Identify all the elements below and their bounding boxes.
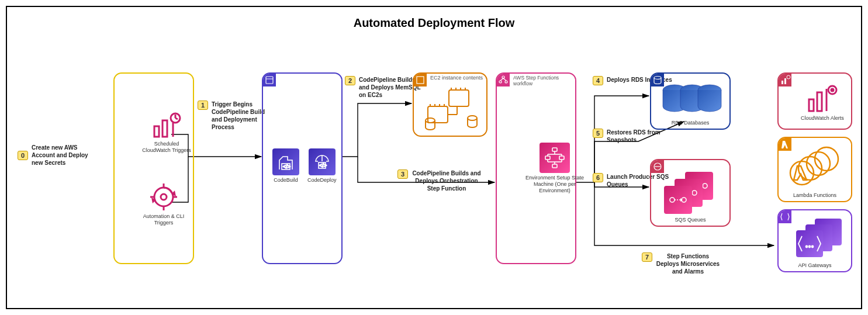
svg-rect-72 bbox=[817, 92, 822, 111]
api-gateway-label: API Gateways bbox=[779, 262, 851, 269]
svg-point-85 bbox=[812, 246, 814, 248]
svg-point-38 bbox=[505, 81, 507, 83]
codepipeline-box: </> CodeBuild </> CodeDeploy bbox=[262, 72, 343, 264]
svg-line-4 bbox=[175, 118, 178, 119]
step-badge-3: 3 bbox=[397, 169, 408, 179]
step-label-3: CodePipeline Builds and Deploys Orchestr… bbox=[411, 169, 482, 192]
api-gateway-box: API Gateways bbox=[777, 209, 852, 272]
svg-rect-44 bbox=[552, 164, 557, 168]
diagram-frame: Automated Deployment Flow 0 Create new A… bbox=[6, 6, 862, 309]
step-label-7: Step Functions Deploys Microservices and… bbox=[656, 252, 720, 275]
step-badge-1: 1 bbox=[198, 101, 208, 110]
cloudwatch-alerts-icon bbox=[807, 84, 838, 113]
cloudwatch-triggers-label: Scheduled CloudWatch Triggers bbox=[140, 141, 193, 154]
cloudwatch-alerts-corner-icon bbox=[779, 74, 791, 86]
svg-rect-43 bbox=[559, 156, 564, 160]
svg-point-9 bbox=[161, 194, 167, 200]
rds-box: RDS Databases bbox=[650, 72, 731, 130]
svg-point-26 bbox=[468, 116, 477, 120]
step-badge-6: 6 bbox=[593, 173, 603, 182]
svg-rect-0 bbox=[154, 126, 159, 137]
svg-text:</>: </> bbox=[319, 162, 327, 168]
svg-point-75 bbox=[831, 89, 834, 91]
sqs-label: SQS Queues bbox=[651, 217, 729, 223]
codebuild-service: </> CodeBuild bbox=[272, 148, 299, 184]
sqs-box: SQS Queues bbox=[650, 159, 731, 227]
codedeploy-icon: </> bbox=[309, 148, 336, 175]
stepfunctions-header-label: AWS Step Functions workflow bbox=[513, 75, 575, 86]
gear-cycle-icon bbox=[149, 182, 178, 212]
svg-point-84 bbox=[809, 246, 811, 248]
cloudwatch-alerts-box: CloudWatch Alerts bbox=[777, 72, 852, 130]
step-label-0: Create new AWS Account and Deploy new Se… bbox=[32, 144, 96, 167]
svg-text:</>: </> bbox=[283, 164, 291, 169]
codebuild-label: CodeBuild bbox=[274, 177, 298, 184]
svg-point-65 bbox=[670, 198, 675, 202]
stepfunctions-box: AWS Step Functions workflow Environment … bbox=[496, 72, 576, 264]
step-1: 1 Trigger Begins CodePipeline Build and … bbox=[198, 101, 270, 131]
svg-point-53 bbox=[654, 77, 661, 79]
state-machine-icon bbox=[540, 143, 570, 173]
step-0: 0 Create new AWS Account and Deploy new … bbox=[18, 144, 96, 167]
svg-rect-69 bbox=[784, 78, 786, 84]
svg-rect-42 bbox=[545, 156, 550, 160]
svg-point-27 bbox=[426, 118, 435, 123]
step-badge-4: 4 bbox=[593, 76, 603, 85]
codedeploy-label: CodeDeploy bbox=[307, 177, 337, 184]
svg-point-79 bbox=[790, 161, 814, 185]
svg-point-77 bbox=[807, 152, 830, 175]
codepipeline-corner-icon bbox=[263, 74, 276, 86]
step-badge-5: 5 bbox=[593, 129, 603, 138]
step-2: 2 CodePipeline Builds and Deploys MemSQL… bbox=[345, 76, 423, 99]
svg-line-40 bbox=[503, 78, 506, 81]
svg-rect-22 bbox=[449, 90, 469, 106]
step-label-1: Trigger Begins CodePipeline Build and De… bbox=[212, 101, 270, 131]
state-machine-service: Environment Setup State Machine (One per… bbox=[523, 143, 587, 193]
stepfunctions-corner-icon bbox=[497, 74, 510, 86]
svg-rect-82 bbox=[796, 230, 823, 257]
step-label-5: Restores RDS from Snapshots bbox=[607, 129, 683, 144]
codebuild-icon: </> bbox=[272, 148, 299, 175]
cloudwatch-alerts-service: CloudWatch Alerts bbox=[801, 84, 844, 122]
svg-point-76 bbox=[815, 147, 838, 171]
svg-point-37 bbox=[499, 81, 502, 83]
scheduled-cloudwatch-triggers: Scheduled CloudWatch Triggers bbox=[140, 112, 193, 154]
step-3: 3 CodePipeline Builds and Deploys Orches… bbox=[397, 169, 482, 192]
svg-rect-41 bbox=[552, 148, 557, 151]
svg-rect-23 bbox=[428, 106, 448, 123]
ec2-contents-icon bbox=[422, 88, 480, 132]
ec2-corner-icon bbox=[414, 74, 427, 86]
svg-rect-68 bbox=[781, 81, 783, 84]
rds-databases-icon bbox=[659, 83, 724, 117]
cloudwatch-alerts-label: CloudWatch Alerts bbox=[801, 115, 844, 122]
svg-rect-1 bbox=[162, 120, 167, 137]
svg-line-39 bbox=[500, 78, 503, 81]
step-badge-2: 2 bbox=[345, 76, 355, 85]
lambda-label: Lambda Functions bbox=[779, 192, 851, 199]
svg-rect-21 bbox=[417, 77, 424, 84]
ec2-box: EC2 instance contents bbox=[413, 72, 487, 137]
state-machine-label: Environment Setup State Machine (One per… bbox=[523, 175, 587, 193]
svg-rect-14 bbox=[266, 77, 273, 84]
triggers-box: Scheduled CloudWatch Triggers Automation… bbox=[113, 72, 194, 264]
cli-triggers-label: Automation & CLI Triggers bbox=[140, 213, 187, 226]
step-badge-0: 0 bbox=[18, 151, 28, 160]
cloudwatch-metrics-icon bbox=[152, 112, 181, 139]
step-7: 7 Step Functions Deploys Microservices a… bbox=[642, 252, 720, 275]
svg-point-36 bbox=[502, 76, 504, 78]
step-5: 5 Restores RDS from Snapshots bbox=[593, 129, 683, 144]
svg-rect-71 bbox=[809, 99, 814, 111]
sqs-queues-icon bbox=[664, 172, 719, 213]
lambda-box: Lambda Functions bbox=[777, 137, 852, 202]
svg-point-83 bbox=[806, 246, 808, 248]
lambda-functions-icon bbox=[789, 146, 845, 191]
ec2-header-label: EC2 instance contents bbox=[430, 75, 483, 81]
step-badge-7: 7 bbox=[642, 252, 652, 262]
automation-cli-triggers: Automation & CLI Triggers bbox=[140, 182, 187, 226]
svg-point-70 bbox=[787, 75, 790, 79]
api-gateways-icon bbox=[788, 217, 846, 261]
codedeploy-service: </> CodeDeploy bbox=[307, 148, 337, 184]
sqs-corner-icon bbox=[651, 160, 664, 173]
rds-label: RDS Databases bbox=[651, 120, 729, 126]
